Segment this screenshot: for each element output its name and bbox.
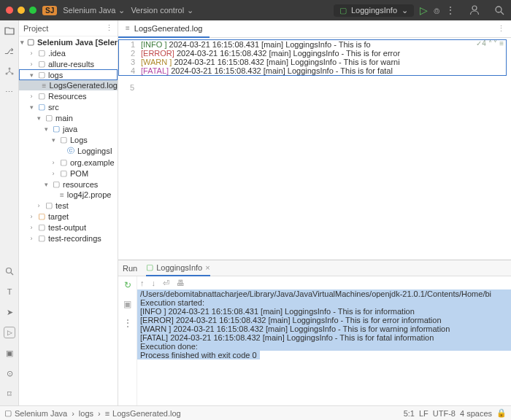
tree-node-test-output[interactable]: ›▢test-output [19, 222, 118, 233]
run-panel: Run ▢ LoggingsInfo × ↻ ▣ ⋮ ↑ ↓ ⏎ [118, 260, 511, 405]
close-icon[interactable] [6, 7, 13, 14]
run-button[interactable]: ▷ [420, 4, 428, 16]
structure-tool-icon[interactable] [4, 66, 15, 77]
run-config-icon: ▢ [339, 6, 347, 15]
run-config-label: LoggingsInfo [351, 6, 397, 15]
editor-tab-label: LogsGenerated.log [134, 24, 203, 33]
tree-node-idea[interactable]: ›▢.idea [19, 47, 118, 58]
chevron-down-icon: ⌄ [118, 6, 125, 15]
scroll-down-icon[interactable]: ↓ [152, 279, 156, 287]
stop-button[interactable]: ▣ [122, 298, 134, 310]
text-tool-icon[interactable]: T [4, 286, 15, 298]
file-encoding[interactable]: UTF-8 [433, 409, 456, 418]
problems-tool-icon[interactable]: ⊙ [4, 368, 15, 379]
editor-tabs: ≡ LogsGenerated.log ⋮ [118, 20, 511, 38]
tree-node-test[interactable]: ›▢test [19, 200, 118, 211]
terminal-tool-icon[interactable]: ⌑ [4, 388, 15, 400]
tree-node-src[interactable]: ▾▢src [19, 101, 118, 112]
run-config-tab-label: LoggingsInfo [156, 263, 202, 272]
tree-root[interactable]: ▾▢Selenium Java [Selenium [19, 36, 118, 47]
project-dropdown[interactable]: Selenium Java ⌄ [63, 6, 125, 15]
project-tool-icon[interactable] [4, 25, 15, 36]
console-line: /Users/debomitabnattacharjee/Library/Jav… [137, 289, 511, 298]
run-config-tab[interactable]: ▢ LoggingsInfo × [146, 260, 210, 276]
readonly-lock-icon[interactable]: 🔒 [496, 408, 507, 418]
breadcrumb[interactable]: ▢ Selenium Java [4, 408, 67, 418]
tree-node-test-recordings[interactable]: ›▢test-recordings [19, 233, 118, 244]
print-icon[interactable]: 🖶 [177, 279, 185, 287]
svg-point-1 [496, 7, 502, 12]
indent-settings[interactable]: 4 spaces [460, 409, 492, 418]
console-line: Execution done: [137, 342, 511, 351]
editor-area: ≡ LogsGenerated.log ⋮ ✓4 ˄ ˅ ≡ 1[INFO ] … [118, 20, 511, 405]
close-tab-icon[interactable]: × [205, 263, 210, 272]
console-line: [INFO ] 2024-03-21 16:15:08.431 [main] L… [137, 307, 511, 316]
editor-tab-logsgenerated[interactable]: ≡ LogsGenerated.log [118, 20, 210, 38]
tree-node-logs-pkg[interactable]: ▾▢Logs [19, 134, 118, 145]
vcs-label: Version control [131, 6, 184, 15]
gutter-line-2: 2 [119, 49, 141, 58]
tree-node-target[interactable]: ›▢target [19, 211, 118, 222]
run-toolstrip: ↻ ▣ ⋮ [118, 276, 137, 405]
more-actions-button[interactable]: ⋮ [445, 4, 456, 16]
run-config-dropdown[interactable]: ▢ LoggingsInfo ⌄ [334, 4, 414, 17]
tree-node-logs-file[interactable]: ≡LogsGenerated.log [19, 80, 118, 90]
debug-button[interactable]: ⌾ [434, 4, 439, 16]
run-tool-icon[interactable]: ▷ [4, 327, 15, 338]
svg-point-6 [7, 268, 12, 273]
maximize-icon[interactable] [29, 7, 36, 14]
console-line: [WARN ] 2024-03-21 16:15:08.432 [main] L… [137, 324, 511, 333]
tree-node-main[interactable]: ▾▢main [19, 112, 118, 123]
search-icon[interactable] [493, 4, 505, 16]
find-tool-icon[interactable] [4, 265, 15, 277]
tree-node-org-example[interactable]: ›▢org.example [19, 157, 118, 168]
build-tool-icon[interactable]: ▣ [4, 347, 15, 359]
titlebar: SJ Selenium Java ⌄ Version control ⌄ ▢ L… [0, 0, 511, 20]
account-icon[interactable] [469, 4, 480, 16]
tree-node-log4j2[interactable]: ≡log4j2.prope [19, 190, 118, 200]
window-controls[interactable] [6, 7, 36, 14]
more-tools-icon[interactable]: ⋯ [4, 86, 15, 98]
console-toolbar: ↑ ↓ ⏎ 🖶 [137, 276, 511, 289]
gutter-line-1: 1 [119, 40, 141, 49]
caret-position[interactable]: 5:1 [404, 409, 415, 418]
rerun-button[interactable]: ↻ [122, 279, 134, 291]
vcs-dropdown[interactable]: Version control ⌄ [131, 6, 193, 15]
console-line: [FATAL] 2024-03-21 16:15:08.432 [main] L… [137, 333, 511, 342]
editor-content[interactable]: ✓4 ˄ ˅ ≡ 1[INFO ] 2024-03-21 16:15:08.43… [118, 38, 511, 260]
gutter-line-5: 5 [118, 83, 140, 92]
minimize-icon[interactable] [18, 7, 25, 14]
tree-node-resources2[interactable]: ▾▢resources [19, 179, 118, 190]
svg-line-7 [11, 273, 13, 275]
run-tab[interactable]: Run [123, 264, 137, 273]
console-output[interactable]: ↑ ↓ ⏎ 🖶 /Users/debomitabnattacharjee/Lib… [137, 276, 511, 405]
scroll-up-icon[interactable]: ↑ [140, 279, 145, 287]
console-line: Execution started: [137, 298, 511, 307]
project-panel-menu-icon[interactable]: ⋮ [105, 23, 113, 33]
project-panel-title: Project [23, 24, 48, 33]
bookmark-tool-icon[interactable]: ➤ [4, 306, 15, 318]
project-name-label: Selenium Java [63, 6, 115, 15]
tree-node-resources[interactable]: ›▢Resources [19, 90, 118, 101]
tree-node-loggingsinfo[interactable]: ⓒLoggingsI [19, 145, 118, 157]
chevron-down-icon: ⌄ [187, 6, 193, 15]
tree-root-label: Selenium Java [Selenium [37, 38, 118, 47]
editor-tabs-menu-icon[interactable]: ⋮ [497, 24, 505, 34]
run-more-icon[interactable]: ⋮ [122, 317, 134, 329]
line-separator[interactable]: LF [419, 409, 429, 418]
breadcrumb[interactable]: logs [79, 409, 93, 418]
tree-node-pom[interactable]: ›▢POM [19, 168, 118, 179]
soft-wrap-icon[interactable]: ⏎ [163, 279, 169, 288]
chevron-down-icon: ⌄ [402, 6, 408, 15]
gutter-line-4: 4 [119, 66, 141, 75]
tree-node-logs[interactable]: ▾▢logs [19, 69, 118, 80]
run-tab-icon: ▢ [146, 262, 153, 272]
breadcrumb[interactable]: ≡ LogsGenerated.log [105, 409, 181, 418]
project-panel-header: Project ⋮ [19, 20, 118, 36]
commit-tool-icon[interactable]: ⎇ [4, 45, 15, 57]
tree-node-allure[interactable]: ›▢allure-results [19, 58, 118, 69]
project-panel: Project ⋮ ▾▢Selenium Java [Selenium ›▢.i… [19, 20, 118, 405]
project-tree[interactable]: ▾▢Selenium Java [Selenium ›▢.idea ›▢allu… [19, 36, 118, 405]
tree-node-java[interactable]: ▾▢java [19, 123, 118, 134]
run-tabs: Run ▢ LoggingsInfo × [118, 260, 511, 276]
